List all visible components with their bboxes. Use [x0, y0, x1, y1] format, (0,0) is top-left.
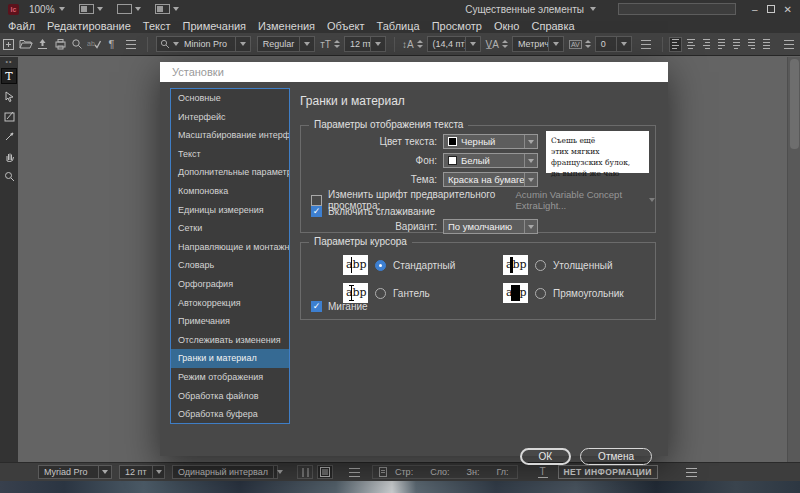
antialias-checkbox[interactable]: ✓ [311, 206, 322, 217]
tracking-select[interactable]: 0 [595, 36, 633, 52]
menu-item[interactable]: Файл [8, 20, 46, 32]
panel-grip[interactable]: •• [6, 59, 13, 64]
blink-checkbox[interactable]: ✓ [311, 301, 322, 312]
status-menu-icon[interactable] [686, 468, 697, 477]
panel-menu-icon[interactable] [126, 40, 136, 49]
preferences-category-item[interactable]: Режим отображения [171, 368, 289, 387]
status-font-select[interactable]: Myriad Pro [38, 465, 112, 479]
cursor-style-option[interactable]: abp Стандартный [343, 255, 503, 275]
cursor-style-option[interactable]: abp Утолщенный [503, 255, 663, 275]
font-family-select[interactable]: Minion Pro [156, 36, 251, 52]
theme-select[interactable]: Краска на бумаге [443, 172, 538, 187]
tracking-stepper[interactable] [585, 39, 591, 49]
justify-left-button[interactable] [715, 37, 728, 52]
character-menu-icon[interactable] [641, 40, 651, 49]
chevron-down-icon[interactable] [97, 7, 103, 11]
eyedropper-tool-button[interactable] [1, 128, 17, 144]
minimize-button[interactable]: – [752, 4, 758, 15]
menu-item[interactable]: Редактирование [47, 20, 142, 32]
menu-item[interactable]: Примечания [183, 20, 258, 32]
align-center-button[interactable] [684, 37, 697, 52]
preferences-category-item[interactable]: Сетки [171, 219, 289, 238]
background-select[interactable]: Белый [443, 153, 538, 168]
variant-select[interactable]: По умолчанию [443, 219, 538, 234]
kerning-select[interactable]: Метрич. [512, 36, 564, 52]
kerning-stepper[interactable] [502, 39, 508, 49]
cursor-style-radio[interactable] [535, 288, 546, 299]
preferences-category-item[interactable]: Компоновка [171, 182, 289, 201]
menu-item[interactable]: Просмотр [432, 20, 493, 32]
view-menu-icon[interactable] [349, 468, 360, 477]
cursor-style-radio[interactable] [535, 260, 546, 271]
cancel-button[interactable]: Отмена [580, 448, 652, 465]
type-tool-button[interactable]: T [1, 68, 17, 84]
preferences-category-item[interactable]: Направляющие и монтажный стол [171, 238, 289, 257]
cursor-style-option[interactable]: abp Прямоугольник [503, 283, 663, 303]
hand-tool-button[interactable] [1, 148, 17, 164]
align-right-button[interactable] [700, 37, 713, 52]
note-tool-button[interactable] [1, 108, 17, 124]
font-size-select[interactable]: 12 пт [344, 36, 386, 52]
line-spacing-select[interactable]: Одинарный интервал [172, 465, 278, 479]
print-icon[interactable] [52, 37, 67, 52]
menu-item[interactable]: Таблица [377, 20, 431, 32]
close-button[interactable]: ✕ [784, 4, 792, 15]
cursor-style-radio[interactable] [375, 288, 386, 299]
document-layout-icon[interactable] [155, 4, 170, 14]
preferences-category-item[interactable]: Основные [171, 89, 289, 108]
justify-center-button[interactable] [730, 37, 743, 52]
preferences-category-item[interactable]: Интерфейс [171, 108, 289, 127]
position-tool-button[interactable] [1, 88, 17, 104]
preferences-category-item[interactable]: Отслеживать изменения [171, 331, 289, 350]
status-size-select[interactable]: 12 пт [119, 465, 165, 479]
chevron-down-icon[interactable] [173, 7, 179, 11]
zoom-level-value[interactable]: 100% [29, 4, 55, 15]
cursor-style-option[interactable]: abp Гантель [343, 283, 503, 303]
workspace-switcher[interactable]: Существенные элементы [465, 4, 596, 15]
screen-mode-icon[interactable] [117, 4, 132, 14]
override-font-checkbox[interactable]: ✓ [311, 195, 322, 206]
new-document-icon[interactable] [1, 37, 16, 52]
font-style-select[interactable]: Regular [257, 36, 316, 52]
chevron-down-icon[interactable] [59, 7, 65, 11]
chevron-down-icon[interactable] [135, 7, 141, 11]
preferences-category-item[interactable]: Обработка файлов [171, 387, 289, 406]
preferences-category-item[interactable]: Словарь [171, 256, 289, 275]
align-left-button[interactable] [669, 37, 682, 52]
preferences-category-item[interactable]: Орфография [171, 275, 289, 294]
ok-button[interactable]: ОК [520, 448, 572, 465]
preferences-category-item[interactable]: Гранки и материал [171, 349, 289, 368]
galley-view-icon[interactable] [297, 465, 313, 479]
font-size-stepper[interactable] [334, 39, 340, 49]
story-view-icon[interactable] [317, 465, 333, 479]
cursor-style-radio[interactable] [375, 260, 386, 271]
vertical-scrollbar[interactable] [787, 57, 800, 462]
save-content-icon[interactable] [35, 37, 50, 52]
preferences-category-item[interactable]: Дополнительные параметры текста [171, 163, 289, 182]
justify-right-button[interactable] [745, 37, 758, 52]
menu-item[interactable]: Объект [327, 20, 375, 32]
preferences-category-item[interactable]: Единицы измерения [171, 201, 289, 220]
open-folder-icon[interactable] [18, 37, 33, 52]
menu-item[interactable]: Окно [494, 20, 531, 32]
menu-item[interactable]: Текст [143, 20, 182, 32]
scrollbar-thumb[interactable] [790, 59, 799, 149]
justify-all-button[interactable] [760, 37, 773, 52]
preferences-category-item[interactable]: Текст [171, 145, 289, 164]
spell-check-icon[interactable]: ab [87, 37, 102, 52]
override-font-select[interactable]: Acumin Variable Concept ExtraLight... [516, 189, 655, 211]
preferences-category-item[interactable]: Примечания [171, 312, 289, 331]
leading-stepper[interactable] [417, 39, 423, 49]
search-input[interactable] [618, 3, 736, 15]
zoom-tool-button[interactable] [1, 168, 17, 184]
view-options-icon[interactable] [79, 4, 94, 14]
hidden-characters-icon[interactable]: ¶ [104, 37, 119, 52]
preferences-category-item[interactable]: Масштабирование интерфейса [171, 126, 289, 145]
preferences-category-item[interactable]: Автокоррекция [171, 294, 289, 313]
maximize-button[interactable] [767, 5, 775, 13]
preferences-category-item[interactable]: Обработка буфера [171, 405, 289, 424]
leading-select[interactable]: (14,4 пт) [427, 36, 481, 52]
paragraph-menu-icon[interactable] [784, 40, 794, 49]
menu-item[interactable]: Справка [531, 20, 585, 32]
text-color-select[interactable]: Черный [443, 134, 538, 149]
